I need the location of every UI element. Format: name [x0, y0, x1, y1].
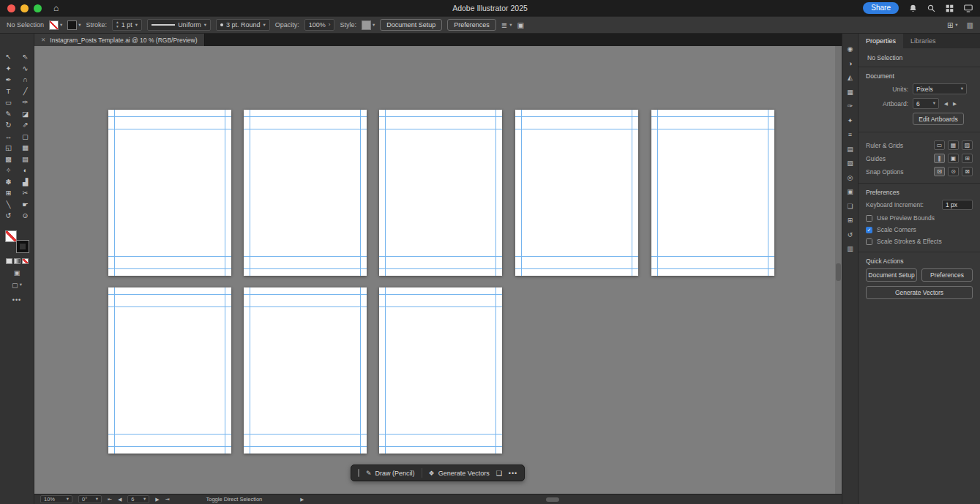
- artboard-select[interactable]: 6 ▾: [913, 98, 939, 109]
- notifications-bell-icon[interactable]: [909, 4, 917, 12]
- zoom-level-select[interactable]: 10% ▾: [40, 495, 72, 503]
- rectangle-tool[interactable]: ▭: [0, 97, 17, 108]
- close-tab-icon[interactable]: ✕: [41, 37, 45, 43]
- width-tool[interactable]: ↔: [0, 131, 17, 143]
- checkbox-icon[interactable]: ✓: [866, 227, 872, 233]
- transparency-panel-icon[interactable]: ▨: [845, 158, 856, 168]
- artboard-7[interactable]: [244, 287, 367, 454]
- opacity-field[interactable]: 100% ›: [304, 19, 335, 31]
- preferences-button[interactable]: Preferences: [447, 19, 496, 31]
- artboard-navigation-select[interactable]: 6 ▾: [127, 495, 149, 503]
- snapping-toggle-icon[interactable]: ▣: [517, 21, 523, 29]
- keyboard-increment-input[interactable]: [942, 200, 973, 210]
- discover-panel-icon[interactable]: ◉: [845, 44, 856, 54]
- scale-corners-checkbox[interactable]: ✓ Scale Corners: [866, 226, 973, 233]
- document-tab[interactable]: ✕ Instagram_Posts Template.ai @ 10 % (RG…: [34, 34, 205, 46]
- task-bar-drag-handle[interactable]: [358, 469, 359, 477]
- swatches-panel-icon[interactable]: ▦: [845, 87, 856, 97]
- width-profile-select[interactable]: Uniform ▾: [147, 19, 211, 31]
- checkbox-icon[interactable]: ✓: [866, 215, 872, 222]
- stroke-weight-stepper[interactable]: ▴▾: [116, 20, 119, 29]
- gradient-button[interactable]: [14, 258, 20, 264]
- next-artboard-icon[interactable]: ▶: [953, 101, 957, 107]
- artboard-1[interactable]: [108, 110, 231, 276]
- generate-vectors-button[interactable]: ❖ Generate Vectors: [429, 470, 490, 477]
- paintbrush-tool[interactable]: ✑: [17, 97, 34, 108]
- graphic-style-select[interactable]: ▾: [362, 20, 375, 30]
- curvature-tool[interactable]: ∩: [17, 74, 34, 86]
- brush-definition-select[interactable]: 3 pt. Round ▾: [216, 19, 270, 31]
- quick-document-setup-button[interactable]: Document Setup: [866, 268, 917, 282]
- brushes-panel-icon[interactable]: ✑: [845, 101, 856, 111]
- share-button[interactable]: Share: [863, 2, 899, 14]
- first-artboard-button[interactable]: ⇤: [108, 497, 112, 503]
- appearance-panel-icon[interactable]: ◎: [845, 173, 856, 183]
- none-button[interactable]: [22, 258, 29, 264]
- pen-tool[interactable]: ✒: [0, 74, 17, 86]
- status-expand-icon[interactable]: ▶: [300, 497, 304, 503]
- lasso-tool[interactable]: ∿: [17, 63, 34, 75]
- fill-swatch-icon[interactable]: [49, 20, 59, 30]
- mesh-tool[interactable]: ▩: [0, 154, 17, 165]
- selection-tool[interactable]: ↖: [0, 51, 17, 63]
- screen-mode-button[interactable]: ▢ ▾: [12, 282, 22, 289]
- minimize-window-button[interactable]: [20, 4, 29, 12]
- type-tool[interactable]: T: [0, 86, 17, 97]
- canvas[interactable]: ✎ Draw (Pencil) ❖ Generate Vectors ❑ •••: [34, 46, 842, 494]
- layers-panel-icon[interactable]: ❏: [845, 201, 856, 211]
- stroke-swatch-icon[interactable]: [67, 20, 77, 30]
- artboard-6[interactable]: [108, 287, 231, 454]
- show-rulers-icon[interactable]: ▭: [934, 140, 945, 150]
- scale-strokes-effects-checkbox[interactable]: ✓ Scale Strokes & Effects: [866, 238, 973, 245]
- rotate-tool[interactable]: ↻: [0, 119, 17, 131]
- color-guide-panel-icon[interactable]: ◭: [845, 72, 856, 83]
- rotation-select[interactable]: 0° ▾: [78, 495, 102, 503]
- draw-mode-button[interactable]: ▣: [14, 269, 20, 277]
- home-icon[interactable]: ⌂: [53, 4, 59, 12]
- feedback-icon[interactable]: ❑: [496, 470, 502, 477]
- task-bar-more-icon[interactable]: •••: [509, 470, 517, 477]
- scale-tool[interactable]: ⇗: [17, 119, 34, 131]
- artboard-8[interactable]: [379, 287, 502, 454]
- graphic-styles-panel-icon[interactable]: ▣: [845, 187, 856, 197]
- rotate-view-tool[interactable]: ↺: [0, 210, 17, 222]
- artboard-4[interactable]: [515, 110, 638, 276]
- artboard-tool[interactable]: ⊞: [0, 187, 17, 199]
- vertical-scrollbar-thumb[interactable]: [836, 263, 841, 281]
- fill-indicator-swatch[interactable]: [5, 230, 17, 242]
- symbols-panel-icon[interactable]: ✦: [845, 116, 856, 126]
- units-select[interactable]: Pixels ▾: [913, 83, 967, 94]
- quick-generate-vectors-button[interactable]: Generate Vectors: [866, 286, 973, 299]
- previous-artboard-button[interactable]: ◀: [118, 497, 121, 503]
- graphic-style-swatch-icon[interactable]: [362, 20, 371, 30]
- fill-stroke-indicator[interactable]: [5, 230, 29, 252]
- libraries-panel-icon[interactable]: ▥: [845, 244, 856, 254]
- show-transparency-grid-icon[interactable]: ▨: [962, 140, 973, 150]
- make-guides-icon[interactable]: ⊞: [962, 154, 973, 163]
- fill-color-control[interactable]: ▾: [49, 20, 62, 30]
- edit-toolbar-icon[interactable]: •••: [12, 296, 21, 304]
- stroke-color-control[interactable]: ▾: [67, 20, 81, 30]
- document-setup-button[interactable]: Document Setup: [380, 19, 442, 31]
- column-graph-tool[interactable]: ▟: [17, 176, 34, 188]
- blend-tool[interactable]: ◐: [17, 165, 34, 176]
- artboards-panel-icon[interactable]: ⊞: [845, 215, 856, 225]
- use-preview-bounds-checkbox[interactable]: ✓ Use Preview Bounds: [866, 214, 973, 222]
- horizontal-scrollbar-thumb[interactable]: [546, 497, 559, 502]
- workspace-grid-icon[interactable]: [946, 4, 954, 12]
- tab-properties[interactable]: Properties: [859, 34, 903, 48]
- perspective-grid-tool[interactable]: ▦: [17, 142, 34, 154]
- line-segment-tool[interactable]: ╱: [17, 86, 34, 97]
- stroke-panel-icon[interactable]: ≡: [845, 129, 856, 140]
- tab-libraries[interactable]: Libraries: [903, 34, 943, 48]
- lock-guides-icon[interactable]: ▣: [948, 154, 959, 163]
- snap-to-pixel-icon[interactable]: ⊠: [962, 167, 973, 176]
- hand-tool[interactable]: ☛: [17, 199, 34, 211]
- direct-selection-tool[interactable]: ⇖: [17, 51, 34, 63]
- snap-to-grid-icon[interactable]: ⊡: [934, 167, 945, 176]
- snap-to-point-icon[interactable]: ⊙: [948, 167, 959, 176]
- artboard-3[interactable]: [379, 110, 502, 276]
- close-window-button[interactable]: [7, 4, 15, 12]
- edit-artboards-button[interactable]: Edit Artboards: [913, 113, 964, 125]
- magic-wand-tool[interactable]: ✦: [0, 63, 17, 75]
